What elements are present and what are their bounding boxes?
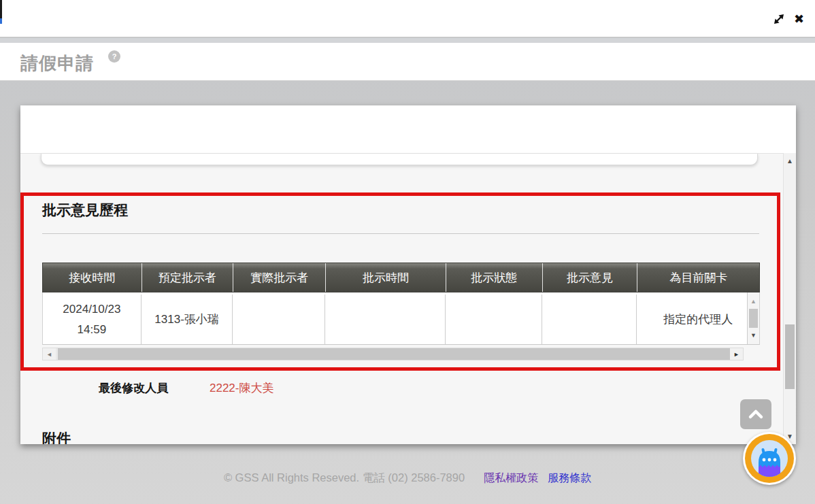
robot-face-icon	[755, 446, 784, 477]
copyright-text: © GSS All Rights Reseved. 電話 (02) 2586-7…	[224, 471, 465, 486]
titlebar-shadow-gap	[0, 38, 815, 43]
scroll-up-arrow-icon[interactable]: ▲	[784, 157, 796, 165]
header-approval-time: 批示時間	[325, 263, 446, 292]
cell-approval-time	[325, 295, 446, 344]
approval-history-section-title: 批示意見歷程	[42, 201, 128, 220]
header-current-stage: 為目前關卡	[637, 263, 759, 292]
approval-history-table: 接收時間 預定批示者 實際批示者 批示時間 批示狀態 批示意見 為目前關卡 20…	[42, 263, 760, 345]
table-horizontal-scrollbar[interactable]: ◄ ►	[42, 348, 744, 360]
scroll-to-top-button[interactable]	[740, 399, 771, 429]
table-row: 2024/10/23 14:59 1313-張小瑞 指定的代理人 ▲ ▼	[42, 292, 760, 345]
previous-section-box-bottom	[41, 154, 758, 165]
window-edge-sliver-accent	[0, 18, 2, 24]
cell-scheduled-approver: 1313-張小瑞	[142, 295, 233, 344]
header-approval-comment: 批示意見	[542, 263, 637, 292]
window-titlebar: ✖	[0, 0, 815, 37]
header-actual-approver: 實際批示者	[233, 263, 325, 292]
last-modified-label: 最後修改人員	[99, 380, 168, 396]
attachments-section-title: 附件	[42, 429, 71, 444]
header-scheduled-approver: 預定批示者	[142, 263, 233, 292]
header-receive-time: 接收時間	[43, 263, 142, 292]
scroll-down-arrow-icon[interactable]: ▼	[748, 332, 759, 339]
window-edge-sliver	[0, 0, 2, 19]
scrollbar-thumb[interactable]	[749, 309, 758, 328]
header-approval-status: 批示狀態	[446, 263, 542, 292]
page-title: 請假申請	[20, 52, 94, 75]
cell-approval-comment	[542, 295, 637, 344]
scrollbar-thumb[interactable]	[58, 348, 730, 360]
scroll-right-arrow-icon[interactable]: ►	[730, 348, 743, 360]
terms-of-service-link[interactable]: 服務條款	[548, 471, 591, 486]
table-header-row: 接收時間 預定批示者 實際批示者 批示時間 批示狀態 批示意見 為目前關卡	[42, 263, 760, 292]
form-panel: 批示意見歷程 接收時間 預定批示者 實際批示者 批示時間 批示狀態 批示意見 為…	[20, 105, 796, 444]
page-header: 請假申請 ?	[0, 43, 815, 81]
privacy-policy-link[interactable]: 隱私權政策	[484, 471, 538, 486]
cell-actual-approver	[233, 295, 325, 344]
cell-approval-status	[446, 295, 542, 344]
cell-receive-time: 2024/10/23 14:59	[43, 295, 142, 344]
scroll-up-arrow-icon[interactable]: ▲	[748, 298, 759, 305]
expand-icon[interactable]	[772, 12, 786, 26]
footer: © GSS All Rights Reseved. 電話 (02) 2586-7…	[0, 471, 815, 486]
help-icon[interactable]: ?	[108, 50, 120, 63]
panel-vertical-scrollbar[interactable]: ▲ ▼	[783, 153, 796, 444]
scrollbar-thumb[interactable]	[785, 324, 795, 389]
scroll-left-arrow-icon[interactable]: ◄	[43, 348, 56, 360]
scrollbar-track[interactable]	[56, 348, 730, 360]
chevron-up-icon	[746, 408, 765, 420]
section-divider	[42, 233, 759, 234]
close-icon[interactable]: ✖	[794, 12, 804, 26]
cell-current-stage: 指定的代理人 ▲ ▼	[637, 295, 759, 344]
chatbot-icon	[751, 440, 788, 477]
last-modified-value: 2222-陳大美	[210, 380, 273, 396]
chatbot-button[interactable]	[743, 432, 796, 485]
table-body-vertical-scrollbar[interactable]: ▲ ▼	[747, 292, 759, 344]
